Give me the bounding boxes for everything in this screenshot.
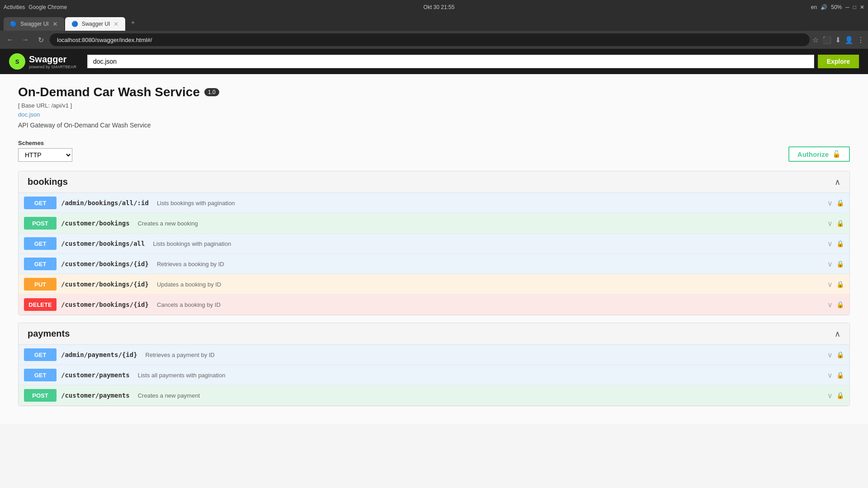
endpoint-path-4: /customer/bookings/{id} (61, 260, 149, 267)
section-bookings-title: bookings (28, 177, 68, 187)
lock-icon: 🔓 (832, 150, 841, 158)
tab-label-1: Swagger UI (20, 21, 49, 27)
endpoint-right-1: ∨ 🔒 (827, 199, 844, 207)
authorize-label: Authorize (797, 150, 829, 158)
endpoint-desc-1: Lists bookings with pagination (157, 200, 235, 206)
endpoint-path-p1: /admin/payments/{id} (61, 351, 137, 358)
endpoint-path-5: /customer/bookings/{id} (61, 281, 149, 288)
back-btn[interactable]: ← (4, 33, 16, 46)
new-tab-btn[interactable]: ＋ (126, 19, 140, 27)
chevron-icon-1: ∨ (827, 199, 833, 207)
endpoint-get-admin-bookings-all-id[interactable]: GET /admin/bookings/all/:id Lists bookin… (19, 193, 849, 213)
endpoint-path-p2: /customer/payments (61, 371, 130, 379)
endpoint-post-customer-bookings[interactable]: POST /customer/bookings Creates a new bo… (19, 213, 849, 234)
endpoint-desc-4: Retrieves a booking by ID (157, 261, 224, 267)
chevron-icon-4: ∨ (827, 260, 833, 268)
api-description: API Gateway of On-Demand Car Wash Servic… (18, 122, 850, 129)
method-badge-get-payments-1: GET (24, 348, 57, 361)
endpoint-desc-3: Lists bookings with pagination (153, 240, 231, 247)
tab-close-1[interactable]: ✕ (52, 20, 58, 28)
endpoint-desc-p1: Retrieves a payment by ID (146, 352, 215, 358)
section-bookings: bookings ∧ GET /admin/bookings/all/:id L… (18, 171, 850, 315)
lock-icon-5: 🔒 (836, 281, 844, 288)
browser-titlebar: Activities Google Chrome Okt 30 21:55 en… (0, 0, 868, 14)
endpoint-put-customer-bookings-id[interactable]: PUT /customer/bookings/{id} Updates a bo… (19, 274, 849, 295)
endpoint-right-4: ∨ 🔒 (827, 260, 844, 268)
method-badge-post-1: POST (24, 217, 57, 230)
endpoint-get-customer-bookings-id[interactable]: GET /customer/bookings/{id} Retrieves a … (19, 254, 849, 274)
address-input[interactable] (50, 33, 810, 46)
section-bookings-chevron: ∧ (835, 177, 840, 187)
endpoint-path-3: /customer/bookings/all (61, 240, 145, 247)
endpoint-path-1: /admin/bookings/all/:id (61, 199, 149, 206)
endpoint-right-p3: ∨ 🔒 (827, 391, 844, 400)
tab-swagger-ui-2[interactable]: 🔵 Swagger UI ✕ (65, 17, 126, 31)
endpoint-right-3: ∨ 🔒 (827, 239, 844, 248)
endpoint-get-customer-bookings-all[interactable]: GET /customer/bookings/all Lists booking… (19, 234, 849, 254)
reload-btn[interactable]: ↻ (34, 33, 47, 46)
tab-close-2[interactable]: ✕ (113, 20, 119, 28)
section-payments-header[interactable]: payments ∧ (19, 323, 849, 345)
method-badge-get-3: GET (24, 258, 57, 270)
lock-icon-2: 🔒 (836, 220, 844, 227)
endpoint-desc-6: Cancels a booking by ID (157, 301, 221, 308)
window-minimize-btn[interactable]: ─ (845, 4, 849, 10)
endpoint-get-customer-payments[interactable]: GET /customer/payments Lists all payment… (19, 365, 849, 385)
endpoint-get-admin-payments-id[interactable]: GET /admin/payments/{id} Retrieves a pay… (19, 345, 849, 365)
bookmark-icon[interactable]: ☆ (812, 36, 819, 44)
chevron-icon-2: ∨ (827, 219, 833, 228)
endpoint-right-2: ∨ 🔒 (827, 219, 844, 228)
endpoint-right-5: ∨ 🔒 (827, 280, 844, 289)
swagger-logo: S Swagger powered by SMARTBEAR (9, 53, 76, 70)
extensions-icon[interactable]: ⬛ (822, 36, 831, 44)
address-bar: ← → ↻ ☆ ⬛ ⬇ 👤 ⋮ (0, 31, 868, 49)
api-title: On-Demand Car Wash Service (18, 85, 200, 99)
window-close-btn[interactable]: ✕ (860, 4, 864, 10)
lock-icon-3: 🔒 (836, 240, 844, 247)
swagger-explore-btn[interactable]: Explore (818, 55, 859, 68)
authorize-btn[interactable]: Authorize 🔓 (788, 146, 850, 162)
endpoint-post-customer-payments[interactable]: POST /customer/payments Creates a new pa… (19, 385, 849, 406)
forward-btn[interactable]: → (19, 33, 32, 46)
section-payments-chevron: ∧ (835, 329, 840, 339)
swagger-search: Explore (87, 55, 859, 68)
tab-swagger-ui-1[interactable]: 🔵 Swagger UI ✕ (4, 17, 64, 31)
swagger-logo-sub: powered by SMARTBEAR (29, 65, 76, 69)
chevron-icon-5: ∨ (827, 280, 833, 289)
endpoint-right-6: ∨ 🔒 (827, 300, 844, 309)
endpoint-path-2: /customer/bookings (61, 220, 130, 227)
endpoint-path-p3: /customer/payments (61, 392, 130, 399)
volume-icon: 🔊 (821, 4, 827, 10)
battery-label: 50% (831, 4, 842, 10)
lock-icon-1: 🔒 (836, 199, 844, 206)
window-maximize-btn[interactable]: □ (853, 4, 856, 10)
activities-label: Activities (4, 4, 25, 10)
download-icon[interactable]: ⬇ (835, 36, 841, 44)
endpoint-desc-5: Updates a booking by ID (157, 281, 221, 288)
schemes-select[interactable]: HTTP (18, 148, 72, 162)
chevron-icon-3: ∨ (827, 239, 833, 248)
endpoint-desc-p3: Creates a new payment (138, 392, 200, 399)
schemes-row: Schemes HTTP Authorize 🔓 (18, 140, 850, 162)
endpoint-path-6: /customer/bookings/{id} (61, 301, 149, 308)
section-bookings-header[interactable]: bookings ∧ (19, 171, 849, 193)
method-badge-get-2: GET (24, 237, 57, 250)
swagger-logo-circle: S (9, 53, 25, 70)
lock-icon-4: 🔒 (836, 260, 844, 267)
method-badge-get-1: GET (24, 197, 57, 209)
endpoint-desc-p2: Lists all payments with pagination (138, 372, 226, 379)
lock-icon-p2: 🔒 (836, 371, 844, 379)
swagger-search-input[interactable] (87, 55, 814, 68)
profile-icon[interactable]: 👤 (844, 36, 854, 44)
section-payments: payments ∧ GET /admin/payments/{id} Retr… (18, 323, 850, 406)
method-badge-post-payments-1: POST (24, 389, 57, 402)
api-doc-link[interactable]: doc.json (18, 111, 40, 118)
swagger-logo-text: Swagger (29, 54, 66, 64)
lock-icon-6: 🔒 (836, 301, 844, 308)
menu-icon[interactable]: ⋮ (857, 36, 864, 44)
section-payments-title: payments (28, 328, 70, 339)
chevron-icon-p1: ∨ (827, 351, 833, 359)
endpoint-delete-customer-bookings-id[interactable]: DELETE /customer/bookings/{id} Cancels a… (19, 295, 849, 315)
method-badge-get-payments-2: GET (24, 369, 57, 381)
browser-name: Google Chrome (28, 4, 67, 10)
